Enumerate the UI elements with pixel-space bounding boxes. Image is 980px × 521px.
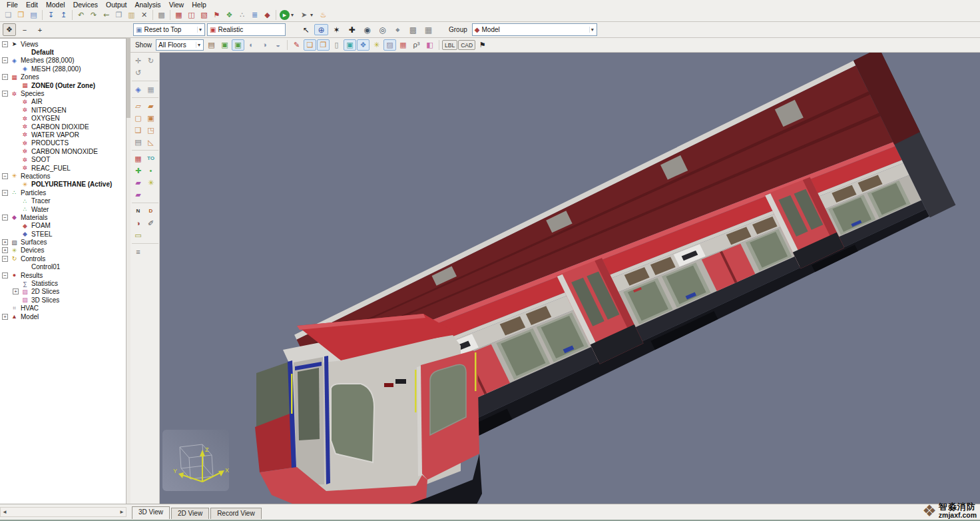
block-select-icon[interactable]: ▩ — [155, 9, 168, 21]
snapshot-toggle-icon[interactable]: ▨ — [383, 39, 396, 51]
chevron-down-icon[interactable]: ▾ — [589, 27, 595, 33]
tree-item[interactable]: ∴ Tracer — [1, 197, 126, 205]
tree-item[interactable]: ∴ Water — [1, 205, 126, 213]
dropdown-caret[interactable]: ▾ — [291, 12, 298, 18]
paint-brush-icon[interactable]: ✎ — [290, 39, 303, 51]
tree-expander[interactable]: + — [2, 239, 8, 245]
viewport-3d[interactable]: Z X Y — [160, 53, 980, 504]
box-tool-icon[interactable]: ❑ — [132, 124, 144, 136]
tree-item[interactable]: − ◆ Materials — [1, 213, 126, 221]
chevron-down-icon[interactable]: ▾ — [197, 27, 203, 33]
save-file-icon[interactable]: ▤ — [27, 9, 40, 21]
new-vent-icon[interactable]: ◫ — [185, 9, 198, 21]
tree-item[interactable]: − ✳ Reactions — [1, 172, 126, 180]
scroll-right-icon[interactable]: ► — [119, 509, 124, 515]
outline-shading-icon[interactable]: ◒ — [272, 39, 284, 51]
tree-item[interactable]: − ∴ Particles — [1, 189, 126, 197]
show-obstructions-toggle-icon[interactable]: ❏ — [304, 39, 316, 51]
menu-devices[interactable]: Devices — [69, 1, 102, 9]
menu-model[interactable]: Model — [42, 1, 69, 9]
tag-tool-icon[interactable]: ▭ — [132, 229, 144, 241]
paint-tool-icon[interactable]: ◑ — [132, 217, 144, 229]
tree-item[interactable]: ◆ STEEL — [1, 230, 126, 238]
device-tool-icon[interactable]: ✚ — [132, 165, 144, 177]
move-tool-icon[interactable]: ✛ — [132, 55, 144, 67]
center-view-tool-icon[interactable]: ⌖ — [391, 24, 405, 35]
menu-edit[interactable]: Edit — [22, 1, 42, 9]
tree-item[interactable]: ⌗ HVAC — [1, 304, 126, 312]
stairs-tool-icon[interactable]: ▤ — [132, 136, 144, 148]
tree-item[interactable]: + ✳ Devices — [1, 247, 126, 255]
tree-expander[interactable]: − — [2, 57, 8, 63]
dropdown-caret[interactable]: ▾ — [310, 12, 317, 18]
show-sprinklers-icon[interactable]: ✳ — [370, 39, 383, 51]
render-mode-select[interactable]: ▣ Realistic — [207, 23, 286, 36]
tree-item[interactable]: ✲ REAC_FUEL — [1, 164, 126, 172]
slab2-tool-icon[interactable]: ▰ — [144, 100, 157, 112]
block-tool-icon[interactable]: ▢ — [132, 112, 144, 124]
tree-item[interactable]: ✲ NITROGEN — [1, 106, 126, 114]
tree-expander[interactable]: − — [2, 272, 8, 278]
show-vents-icon[interactable]: ▯ — [330, 39, 343, 51]
sprinkler-tool-icon[interactable]: ✳ — [144, 177, 157, 189]
tree-item[interactable]: − ▦ Zones — [1, 73, 126, 81]
slab-tool-icon[interactable]: ▱ — [132, 100, 144, 112]
tree-item[interactable]: − ● Results — [1, 271, 126, 279]
tree-expander[interactable]: − — [2, 190, 8, 196]
show-devices-toggle-icon[interactable]: ▣ — [344, 39, 356, 51]
tree-expander[interactable]: − — [2, 74, 8, 80]
tree-expander[interactable]: − — [2, 215, 8, 221]
copy-icon[interactable]: ❐ — [113, 9, 125, 21]
run-simulation-button[interactable]: ▶ — [278, 9, 291, 21]
group-select[interactable]: ◆ Model ▾ — [472, 23, 597, 36]
collapse-all-button[interactable]: − — [18, 23, 31, 36]
orbit-object-tool-icon[interactable]: ↺ — [132, 67, 144, 79]
chevron-down-icon[interactable]: ▾ — [196, 42, 202, 48]
tree-item[interactable]: ◆ FOAM — [1, 222, 126, 230]
dimension-tool-icon[interactable]: D — [144, 205, 157, 217]
tree-item[interactable]: Default — [1, 48, 126, 56]
list-tool-icon[interactable]: ≡ — [132, 246, 144, 258]
wireframe-view-icon[interactable]: ▦ — [421, 24, 435, 35]
menu-analysis[interactable]: Analysis — [131, 1, 165, 9]
wedge-tool-icon[interactable]: ◺ — [144, 136, 157, 148]
slice3d-tool-icon[interactable]: ▰ — [132, 189, 144, 201]
new-bookmark-icon[interactable]: ⚑ — [210, 9, 223, 21]
expand-all-button[interactable]: + — [33, 23, 47, 36]
attach-icon[interactable]: ⇜ — [100, 9, 113, 21]
fly-tool-icon[interactable]: ✶ — [330, 24, 344, 35]
tree-item[interactable]: ∑ Statistics — [1, 279, 126, 287]
tree-item[interactable]: Control01 — [1, 263, 126, 271]
tree-item[interactable]: ✲ AIR — [1, 98, 126, 106]
tree-item[interactable]: ✲ SOOT — [1, 155, 126, 163]
flat-shading-icon[interactable]: ◑ — [258, 39, 271, 51]
new-file-icon[interactable]: ❏ — [2, 9, 15, 21]
vent-slice-icon[interactable]: ◧ — [423, 39, 436, 51]
export-file-icon[interactable]: ↥ — [57, 9, 70, 21]
tree-item[interactable]: + ▨ 2D Slices — [1, 288, 126, 296]
tab-3d-view[interactable]: 3D View — [132, 506, 170, 519]
slice-planes-icon[interactable]: ▦ — [397, 39, 409, 51]
open-file-icon[interactable]: ❒ — [15, 9, 27, 21]
menu-help[interactable]: Help — [188, 1, 210, 9]
tree-item[interactable]: ✲ PRODUCTS — [1, 139, 126, 147]
tree-item[interactable]: ✲ CARBON MONOXIDE — [1, 147, 126, 155]
tree-expander[interactable]: − — [2, 256, 8, 262]
grid-tool-icon[interactable]: ▦ — [144, 83, 157, 95]
tree-item[interactable]: ✳ POLYURETHANE (Active) — [1, 181, 126, 189]
tree-item[interactable]: ✲ OXYGEN — [1, 115, 126, 123]
tree-item[interactable]: − ✲ Species — [1, 89, 126, 97]
pan-tool-icon[interactable]: ✚ — [345, 24, 359, 35]
zoom-box-tool-icon[interactable]: ◎ — [375, 24, 389, 35]
run-pointer-icon[interactable]: ➤ — [298, 9, 310, 21]
new-slice-icon[interactable]: ▧ — [198, 9, 210, 21]
box-hole-tool-icon[interactable]: ◳ — [144, 124, 157, 136]
eyedropper-tool-icon[interactable]: ✐ — [144, 217, 157, 229]
tree-item[interactable]: ▨ 3D Slices — [1, 296, 126, 304]
tree-expander[interactable]: + — [13, 288, 19, 294]
tree-item[interactable]: ✲ CARBON DIOXIDE — [1, 123, 126, 131]
layers-icon[interactable]: ≣ — [248, 9, 261, 21]
import-file-icon[interactable]: ↧ — [45, 9, 57, 21]
floors-select[interactable]: All Floors ▾ — [156, 39, 204, 51]
filter-view-button[interactable]: ❖ — [3, 23, 16, 36]
